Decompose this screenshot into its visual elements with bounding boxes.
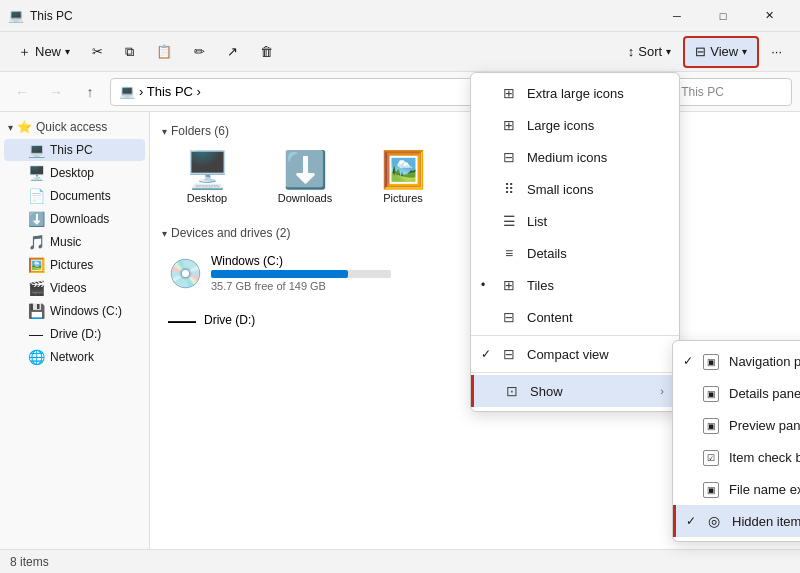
- submenu-hidden-items[interactable]: ✓ ◎ Hidden items: [673, 505, 800, 537]
- dropdown-item-label: Details: [527, 246, 567, 261]
- submenu-item-checkboxes[interactable]: ☑ Item check boxes: [673, 441, 800, 473]
- details-pane-icon: ▣: [703, 384, 719, 402]
- folder-name: Downloads: [278, 192, 332, 204]
- sidebar-item-label: Pictures: [50, 258, 93, 272]
- sidebar-item-downloads[interactable]: ⬇️ Downloads: [4, 208, 145, 230]
- cut-button[interactable]: ✂: [82, 36, 113, 68]
- sidebar-item-label: Drive (D:): [50, 327, 101, 341]
- dropdown-small-icons[interactable]: ⠿ Small icons: [471, 173, 679, 205]
- quick-access-label: Quick access: [36, 120, 107, 134]
- file-extension-icon: ▣: [703, 480, 719, 498]
- dropdown-medium-icons[interactable]: ⊟ Medium icons: [471, 141, 679, 173]
- dropdown-show[interactable]: ⊡ Show ›: [471, 375, 679, 407]
- pictures-folder-icon: 🖼️: [381, 152, 426, 188]
- quick-access-header[interactable]: ▾ ⭐ Quick access: [0, 116, 149, 138]
- drive-d-icon: —: [28, 326, 44, 342]
- back-button[interactable]: ←: [8, 78, 36, 106]
- title-bar: 💻 This PC ─ □ ✕: [0, 0, 800, 32]
- rename-button[interactable]: ✏: [184, 36, 215, 68]
- medium-icon: ⊟: [501, 149, 517, 165]
- new-chevron: ▾: [65, 46, 70, 57]
- sidebar-item-desktop[interactable]: 🖥️ Desktop: [4, 162, 145, 184]
- sidebar-item-network[interactable]: 🌐 Network: [4, 346, 145, 368]
- sidebar-item-thispc[interactable]: 💻 This PC: [4, 139, 145, 161]
- dropdown-item-label: Small icons: [527, 182, 593, 197]
- sidebar-item-label: Downloads: [50, 212, 109, 226]
- view-chevron: ▾: [742, 46, 747, 57]
- close-button[interactable]: ✕: [746, 0, 792, 32]
- quick-access-icon: ⭐: [17, 120, 32, 134]
- dropdown-details[interactable]: ≡ Details: [471, 237, 679, 269]
- dropdown-item-label: Tiles: [527, 278, 554, 293]
- submenu-item-label: Details pane: [729, 386, 800, 401]
- app-icon: 💻: [8, 8, 24, 24]
- new-button[interactable]: ＋ New ▾: [8, 36, 80, 68]
- sidebar-item-label: Music: [50, 235, 81, 249]
- paste-button[interactable]: 📋: [146, 36, 182, 68]
- nav-check: ✓: [683, 354, 693, 368]
- thispc-icon: 💻: [28, 142, 44, 158]
- copy-icon: ⧉: [125, 44, 134, 60]
- delete-icon: 🗑: [260, 44, 273, 59]
- folder-pictures[interactable]: 🖼️ Pictures: [358, 146, 448, 210]
- delete-button[interactable]: 🗑: [250, 36, 283, 68]
- desktop-icon: 🖥️: [28, 165, 44, 181]
- sidebar-item-videos[interactable]: 🎬 Videos: [4, 277, 145, 299]
- sidebar-item-music[interactable]: 🎵 Music: [4, 231, 145, 253]
- scissors-icon: ✂: [92, 44, 103, 59]
- more-icon: ···: [771, 44, 782, 59]
- status-bar: 8 items: [0, 549, 800, 573]
- copy-button[interactable]: ⧉: [115, 36, 144, 68]
- dropdown-content[interactable]: ⊟ Content: [471, 301, 679, 333]
- window-title: This PC: [30, 9, 654, 23]
- network-icon: 🌐: [28, 349, 44, 365]
- content-icon: ⊟: [501, 309, 517, 325]
- view-label: View: [710, 44, 738, 59]
- window-controls: ─ □ ✕: [654, 0, 792, 32]
- up-button[interactable]: ↑: [76, 78, 104, 106]
- submenu-preview-pane[interactable]: ▣ Preview pane: [673, 409, 800, 441]
- extra-large-icon: ⊞: [501, 85, 517, 101]
- sidebar-item-label: Network: [50, 350, 94, 364]
- nav-pane-icon: ▣: [703, 352, 719, 370]
- compact-icon: ⊟: [501, 346, 517, 362]
- sidebar-item-label: Windows (C:): [50, 304, 122, 318]
- sidebar-item-drived[interactable]: — Drive (D:): [4, 323, 145, 345]
- maximize-button[interactable]: □: [700, 0, 746, 32]
- sort-chevron: ▾: [666, 46, 671, 57]
- sort-button[interactable]: ↕ Sort ▾: [618, 36, 681, 68]
- toolbar: ＋ New ▾ ✂ ⧉ 📋 ✏ ↗ 🗑 ↕ Sort ▾ ⊟ View ▾ ··…: [0, 32, 800, 72]
- dropdown-separator: [471, 335, 679, 336]
- drive-bar-fill: [211, 270, 348, 278]
- dropdown-list[interactable]: ☰ List: [471, 205, 679, 237]
- folder-downloads[interactable]: ⬇️ Downloads: [260, 146, 350, 210]
- rename-icon: ✏: [194, 44, 205, 59]
- dropdown-compact-view[interactable]: ✓ ⊟ Compact view: [471, 338, 679, 370]
- dropdown-large-icons[interactable]: ⊞ Large icons: [471, 109, 679, 141]
- dropdown-extra-large-icons[interactable]: ⊞ Extra large icons: [471, 77, 679, 109]
- compact-check: ✓: [481, 347, 491, 361]
- sidebar-item-pictures[interactable]: 🖼️ Pictures: [4, 254, 145, 276]
- drive-bar-bg: [211, 270, 391, 278]
- minimize-button[interactable]: ─: [654, 0, 700, 32]
- tiles-check: •: [481, 278, 485, 292]
- submenu-details-pane[interactable]: ▣ Details pane: [673, 377, 800, 409]
- hidden-check: ✓: [686, 514, 696, 528]
- chevron-icon: ▾: [162, 228, 167, 239]
- sidebar-item-documents[interactable]: 📄 Documents: [4, 185, 145, 207]
- drives-label: Devices and drives (2): [171, 226, 290, 240]
- items-count: 8 items: [10, 555, 49, 569]
- view-button[interactable]: ⊟ View ▾: [683, 36, 759, 68]
- forward-button[interactable]: →: [42, 78, 70, 106]
- dropdown-tiles[interactable]: • ⊞ Tiles: [471, 269, 679, 301]
- more-button[interactable]: ···: [761, 36, 792, 68]
- dropdown-item-label: Medium icons: [527, 150, 607, 165]
- submenu-file-extension[interactable]: ▣ File name extension: [673, 473, 800, 505]
- small-icon: ⠿: [501, 181, 517, 197]
- folder-desktop[interactable]: 🖥️ Desktop: [162, 146, 252, 210]
- submenu-navigation-pane[interactable]: ✓ ▣ Navigation pane: [673, 345, 800, 377]
- share-button[interactable]: ↗: [217, 36, 248, 68]
- show-submenu: ✓ ▣ Navigation pane ▣ Details pane ▣ Pre…: [672, 340, 800, 542]
- sidebar-item-windowsc[interactable]: 💾 Windows (C:): [4, 300, 145, 322]
- checkboxes-icon: ☑: [703, 448, 719, 466]
